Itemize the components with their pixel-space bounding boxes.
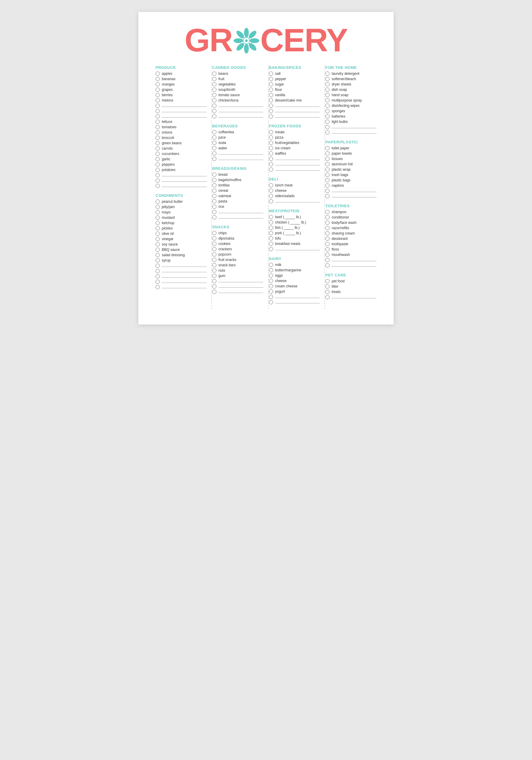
- blank-item[interactable]: [269, 109, 320, 113]
- checkbox-circle[interactable]: [325, 231, 329, 235]
- list-item[interactable]: dryer sheets: [325, 82, 376, 86]
- list-item[interactable]: oatmeal: [212, 194, 263, 198]
- checkbox-circle[interactable]: [156, 114, 160, 119]
- checkbox-circle[interactable]: [269, 279, 273, 283]
- list-item[interactable]: bananas: [156, 77, 207, 81]
- blank-item[interactable]: [269, 104, 320, 108]
- checkbox-circle[interactable]: [325, 114, 329, 119]
- checkbox-circle[interactable]: [156, 168, 160, 172]
- checkbox-circle[interactable]: [269, 242, 273, 246]
- checkbox-circle[interactable]: [269, 300, 273, 304]
- list-item[interactable]: toothpaste: [325, 242, 376, 246]
- checkbox-circle[interactable]: [156, 280, 160, 284]
- checkbox-circle[interactable]: [325, 290, 329, 294]
- checkbox-circle[interactable]: [156, 173, 160, 177]
- checkbox-circle[interactable]: [212, 135, 217, 140]
- list-item[interactable]: dish soap: [325, 88, 376, 92]
- checkbox-circle[interactable]: [156, 285, 160, 289]
- checkbox-circle[interactable]: [156, 88, 160, 92]
- checkbox-circle[interactable]: [156, 269, 160, 273]
- blank-item[interactable]: [269, 157, 320, 161]
- checkbox-circle[interactable]: [269, 226, 273, 230]
- list-item[interactable]: sugar: [269, 82, 320, 86]
- blank-item[interactable]: [325, 194, 376, 198]
- checkbox-circle[interactable]: [325, 258, 329, 262]
- blank-item[interactable]: [156, 178, 207, 183]
- checkbox-circle[interactable]: [212, 146, 217, 150]
- checkbox-circle[interactable]: [325, 189, 329, 193]
- list-item[interactable]: coffee/tea: [212, 130, 263, 134]
- list-item[interactable]: eggs: [269, 273, 320, 278]
- checkbox-circle[interactable]: [325, 226, 329, 230]
- checkbox-circle[interactable]: [212, 178, 217, 182]
- checkbox-circle[interactable]: [269, 141, 273, 145]
- list-item[interactable]: apples: [156, 71, 207, 76]
- list-item[interactable]: berries: [156, 93, 207, 97]
- list-item[interactable]: cheese: [269, 189, 320, 193]
- checkbox-circle[interactable]: [156, 242, 160, 246]
- list-item[interactable]: toilet paper: [325, 146, 376, 150]
- list-item[interactable]: gum: [212, 274, 263, 278]
- list-item[interactable]: conditioner: [325, 215, 376, 219]
- checkbox-circle[interactable]: [269, 295, 273, 299]
- checkbox-circle[interactable]: [212, 104, 217, 108]
- checkbox-circle[interactable]: [156, 237, 160, 241]
- list-item[interactable]: light bulbs: [325, 119, 376, 124]
- checkbox-circle[interactable]: [156, 152, 160, 156]
- list-item[interactable]: litter: [325, 284, 376, 289]
- blank-item[interactable]: [269, 247, 320, 251]
- checkbox-circle[interactable]: [212, 141, 217, 145]
- blank-item[interactable]: [325, 295, 376, 299]
- list-item[interactable]: water: [212, 146, 263, 150]
- checkbox-circle[interactable]: [325, 125, 329, 129]
- checkbox-circle[interactable]: [325, 247, 329, 252]
- list-item[interactable]: vinegar: [156, 237, 207, 241]
- list-item[interactable]: sides/salads: [269, 194, 320, 198]
- checkbox-circle[interactable]: [269, 151, 273, 156]
- checkbox-circle[interactable]: [269, 109, 273, 113]
- checkbox-circle[interactable]: [212, 157, 217, 161]
- list-item[interactable]: fruit snacks: [212, 258, 263, 262]
- checkbox-circle[interactable]: [156, 98, 160, 102]
- blank-item[interactable]: [212, 114, 263, 119]
- list-item[interactable]: crackers: [212, 247, 263, 251]
- checkbox-circle[interactable]: [269, 71, 273, 76]
- checkbox-circle[interactable]: [156, 141, 160, 145]
- checkbox-circle[interactable]: [156, 184, 160, 188]
- checkbox-circle[interactable]: [269, 263, 273, 267]
- blank-item[interactable]: [156, 263, 207, 268]
- checkbox-circle[interactable]: [325, 130, 329, 134]
- list-item[interactable]: bread: [212, 172, 263, 177]
- list-item[interactable]: green beans: [156, 141, 207, 145]
- list-item[interactable]: cereal: [212, 189, 263, 193]
- checkbox-circle[interactable]: [156, 205, 160, 209]
- checkbox-circle[interactable]: [325, 183, 329, 188]
- checkbox-circle[interactable]: [212, 114, 217, 119]
- blank-item[interactable]: [212, 279, 263, 283]
- checkbox-circle[interactable]: [269, 289, 273, 294]
- list-item[interactable]: flour: [269, 88, 320, 92]
- checkbox-circle[interactable]: [156, 77, 160, 81]
- checkbox-circle[interactable]: [156, 163, 160, 166]
- list-item[interactable]: milk: [269, 263, 320, 267]
- checkbox-circle[interactable]: [269, 98, 273, 102]
- list-item[interactable]: razor/refills: [325, 226, 376, 230]
- blank-item[interactable]: [325, 263, 376, 267]
- blank-item[interactable]: [156, 104, 207, 108]
- list-item[interactable]: snack bars: [212, 263, 263, 267]
- checkbox-circle[interactable]: [156, 200, 160, 204]
- list-item[interactable]: paper towels: [325, 151, 376, 156]
- checkbox-circle[interactable]: [212, 183, 217, 187]
- blank-item[interactable]: [212, 290, 263, 294]
- checkbox-circle[interactable]: [325, 109, 329, 113]
- list-item[interactable]: plastic wrap: [325, 167, 376, 171]
- list-item[interactable]: jelly/jam: [156, 205, 207, 209]
- checkbox-circle[interactable]: [269, 231, 273, 235]
- checkbox-circle[interactable]: [325, 82, 329, 86]
- list-item[interactable]: bagels/muffins: [212, 178, 263, 182]
- checkbox-circle[interactable]: [212, 274, 217, 278]
- blank-item[interactable]: [212, 284, 263, 289]
- checkbox-circle[interactable]: [269, 162, 273, 166]
- checkbox-circle[interactable]: [325, 162, 329, 166]
- checkbox-circle[interactable]: [156, 178, 160, 183]
